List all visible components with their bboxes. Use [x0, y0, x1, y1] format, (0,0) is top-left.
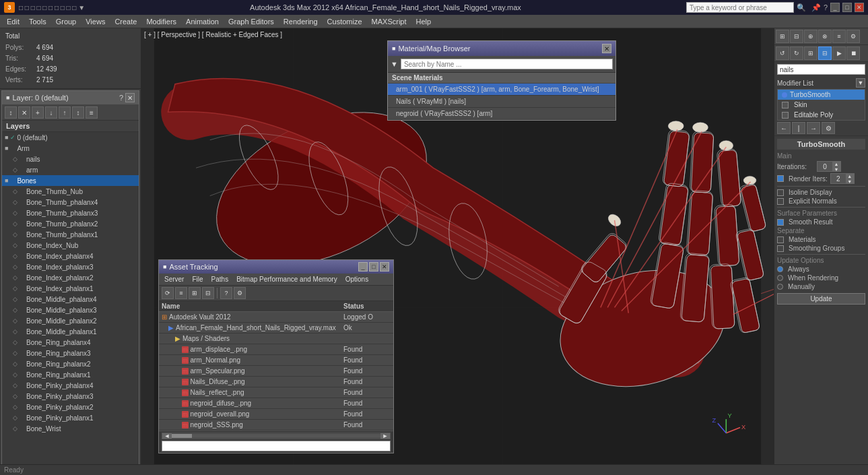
at-row-3[interactable]: m arm_displace_.png Found	[159, 344, 393, 355]
layer-tool-down[interactable]: ↓	[45, 106, 57, 119]
at-row-9[interactable]: m negroid_overall.png Found	[159, 409, 393, 420]
layer-item-5[interactable]: ◇Bone_Thumb_Nub	[2, 186, 139, 197]
layer-item-23[interactable]: ◇Bone_Pinky_phalanx4	[2, 380, 139, 391]
layer-item-12[interactable]: ◇Bone_Index_phalanx3	[2, 261, 139, 272]
modifier-skin[interactable]: Skin	[778, 100, 865, 110]
rt-btn-3[interactable]: ⊕	[804, 30, 817, 43]
rt-btn-10[interactable]: ⊟	[818, 46, 832, 60]
modifier-turbosmooth[interactable]: TurboSmooth	[778, 90, 865, 100]
layer-help-btn[interactable]: ?	[119, 94, 123, 102]
mat-browser-close-btn[interactable]: ✕	[602, 44, 611, 53]
at-maximize-btn[interactable]: □	[369, 262, 378, 272]
rt-btn-2[interactable]: ⊟	[790, 30, 803, 43]
at-scroll-right[interactable]: ►	[380, 433, 390, 439]
layer-item-19[interactable]: ◇Bone_Ring_phalanx4	[2, 337, 139, 348]
layer-tool-delete[interactable]: ✕	[18, 106, 30, 119]
rt-btn-4[interactable]: ⊗	[818, 30, 832, 43]
at-row-0[interactable]: ⊞ Autodesk Vault 2012 Logged O	[159, 312, 393, 323]
layer-item-17[interactable]: ◇Bone_Middle_phalanx2	[2, 315, 139, 326]
rt-btn-12[interactable]: ⏹	[846, 46, 860, 60]
ts-render-iters-checkbox[interactable]	[777, 175, 784, 182]
rt-btn-11[interactable]: ▶	[832, 46, 846, 60]
rt-btn-7[interactable]: ↺	[776, 46, 789, 60]
mat-item-nails[interactable]: Nails ( VRayMtl ) [nails]	[388, 96, 615, 108]
at-scroll-left[interactable]: ◄	[162, 433, 172, 439]
layer-item-11[interactable]: ◇Bone_Index_phalanx4	[2, 251, 139, 261]
at-minimize-btn[interactable]: _	[358, 262, 368, 272]
at-scroll-track[interactable]	[172, 434, 380, 438]
modifier-dropdown-btn[interactable]: ▼	[856, 78, 865, 88]
rt-btn-8[interactable]: ↻	[790, 46, 803, 60]
mat-browser-search-input[interactable]	[401, 59, 613, 69]
rt-btn-9[interactable]: ⊞	[804, 46, 817, 60]
layer-item-13[interactable]: ◇Bone_Index_phalanx2	[2, 272, 139, 283]
at-menu-server[interactable]: Server	[162, 275, 187, 284]
modifier-search-input[interactable]	[777, 64, 865, 75]
layer-tool-up[interactable]: ↑	[59, 106, 71, 119]
layer-item-18[interactable]: ◇Bone_Middle_phalanx1	[2, 326, 139, 337]
ts-render-iters-arrows[interactable]: ▲ ▼	[846, 173, 854, 184]
at-menu-file[interactable]: File	[189, 275, 205, 284]
layer-tool-sort[interactable]: ↕	[72, 106, 84, 119]
at-close-btn[interactable]: ✕	[380, 262, 389, 272]
ts-smooth-result-checkbox[interactable]	[777, 219, 784, 226]
modifier-next-btn[interactable]: →	[807, 122, 820, 134]
modifier-editablepoly[interactable]: Editable Poly	[778, 110, 865, 120]
ts-update-btn[interactable]: Update	[777, 293, 865, 305]
at-tool-details[interactable]: ⊟	[202, 287, 214, 299]
at-row-7[interactable]: m Nails_reflect_.png Found	[159, 387, 393, 398]
layer-item-4[interactable]: ■Bones	[2, 175, 139, 186]
maximize-button[interactable]: □	[842, 3, 852, 12]
layer-item-25[interactable]: ◇Bone_Pinky_phalanx2	[2, 402, 139, 412]
at-row-4[interactable]: m arm_Normal.png Found	[159, 355, 393, 366]
layer-item-3[interactable]: ◇arm	[2, 164, 139, 175]
ts-iterations-arrows[interactable]: ▲ ▼	[832, 161, 840, 172]
layer-item-24[interactable]: ◇Bone_Pinky_phalanx3	[2, 391, 139, 402]
ts-explicit-checkbox[interactable]	[777, 198, 784, 205]
layer-item-16[interactable]: ◇Bone_Middle_phalanx3	[2, 305, 139, 315]
at-tool-help[interactable]: ?	[220, 287, 232, 299]
menu-group[interactable]: Group	[52, 16, 81, 27]
mat-scene-materials-header[interactable]: Scene Materials	[388, 73, 615, 84]
rt-btn-6[interactable]: ⚙	[846, 30, 860, 43]
at-row-10[interactable]: m negroid_SSS.png Found	[159, 420, 393, 431]
minimize-button[interactable]: _	[830, 3, 840, 12]
mat-item-negroid[interactable]: negroid ( VRayFastSSS2 ) [arm]	[388, 108, 615, 120]
layer-item-14[interactable]: ◇Bone_Index_phalanx1	[2, 283, 139, 294]
ts-isoline-checkbox[interactable]	[777, 189, 784, 196]
ts-iterations-spinner[interactable]: 0 ▲ ▼	[817, 161, 841, 172]
ts-manually-radio[interactable]	[777, 284, 783, 290]
at-tool-refresh[interactable]: ⟳	[162, 287, 174, 299]
ts-smoothing-checkbox[interactable]	[777, 245, 784, 252]
ts-always-radio[interactable]	[777, 266, 783, 272]
menu-maxscript[interactable]: MAXScript	[368, 16, 411, 27]
modifier-pin-btn[interactable]: |	[792, 122, 805, 134]
at-tool-list[interactable]: ≡	[175, 287, 187, 299]
ts-iterations-dn[interactable]: ▼	[832, 166, 840, 172]
at-tool-grid[interactable]: ⊞	[189, 287, 201, 299]
ts-materials-checkbox[interactable]	[777, 236, 784, 243]
layer-item-7[interactable]: ◇Bone_Thumb_phalanx3	[2, 208, 139, 218]
menu-customize[interactable]: Customize	[323, 16, 366, 27]
layer-item-1[interactable]: ■Arm	[2, 143, 139, 154]
layer-tool-add[interactable]: +	[32, 106, 44, 119]
at-row-1[interactable]: ▶ African_Female_Hand_short_Nails_Rigged…	[159, 323, 393, 334]
layers-list[interactable]: ■✓0 (default)■Arm◇nails◇arm■Bones◇Bone_T…	[2, 132, 139, 466]
layer-item-2[interactable]: ◇nails	[2, 154, 139, 164]
menu-animation[interactable]: Animation	[182, 16, 223, 27]
layer-item-0[interactable]: ■✓0 (default)	[2, 132, 139, 143]
at-menu-paths[interactable]: Paths	[209, 275, 232, 284]
at-scrollbar-h[interactable]: ◄ ►	[162, 433, 391, 439]
at-row-2[interactable]: ▶ Maps / Shaders	[159, 334, 393, 344]
at-row-6[interactable]: m Nails_Difuse_.png Found	[159, 377, 393, 387]
menu-edit[interactable]: Edit	[3, 16, 24, 27]
ts-when-rendering-radio[interactable]	[777, 275, 783, 281]
menu-modifiers[interactable]: Modifiers	[142, 16, 180, 27]
menu-help[interactable]: Help	[412, 16, 436, 27]
menu-create[interactable]: Create	[110, 16, 141, 27]
menu-rendering[interactable]: Rendering	[279, 16, 322, 27]
at-row-8[interactable]: m negroid_difuse_.png Found	[159, 398, 393, 409]
menu-tools[interactable]: Tools	[25, 16, 51, 27]
layer-item-26[interactable]: ◇Bone_Pinky_phalanx1	[2, 412, 139, 423]
title-search-input[interactable]	[686, 2, 794, 13]
